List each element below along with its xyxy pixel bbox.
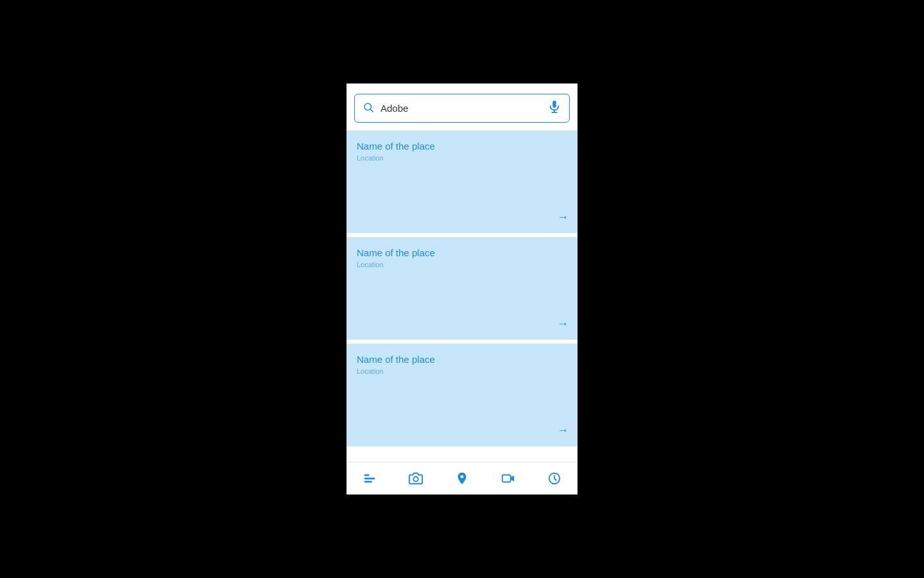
svg-point-8 xyxy=(413,477,418,481)
svg-rect-10 xyxy=(502,475,511,482)
search-input[interactable] xyxy=(381,103,541,114)
bottom-nav xyxy=(346,462,578,495)
svg-point-0 xyxy=(364,103,372,110)
nav-camera[interactable] xyxy=(404,469,428,488)
mic-icon[interactable] xyxy=(547,100,561,117)
place-name-3: Name of the place xyxy=(357,354,567,365)
result-card-3[interactable]: Name of the place Location → xyxy=(346,344,578,446)
phone-container: Name of the place Location → Name of the… xyxy=(346,83,578,495)
place-location-2: Location xyxy=(357,261,567,268)
nav-location[interactable] xyxy=(450,469,474,488)
place-location-1: Location xyxy=(357,154,567,162)
nav-video[interactable] xyxy=(496,469,520,488)
svg-rect-2 xyxy=(552,101,556,108)
results-list: Name of the place Location → Name of the… xyxy=(346,130,578,462)
place-location-3: Location xyxy=(357,367,567,375)
result-card[interactable]: Name of the place Location → xyxy=(346,130,578,233)
search-icon xyxy=(363,101,374,116)
svg-rect-7 xyxy=(364,481,372,483)
search-bar xyxy=(354,94,570,123)
arrow-right-icon-2: → xyxy=(557,317,569,331)
svg-rect-6 xyxy=(364,478,375,480)
nav-list[interactable] xyxy=(357,469,382,488)
arrow-right-icon-3: → xyxy=(557,424,569,437)
nav-history[interactable] xyxy=(542,469,567,488)
place-name-1: Name of the place xyxy=(357,141,567,152)
arrow-right-icon-1: → xyxy=(557,211,569,224)
svg-line-1 xyxy=(370,109,373,112)
place-name-2: Name of the place xyxy=(357,247,567,258)
svg-point-9 xyxy=(461,475,464,478)
svg-rect-5 xyxy=(364,475,369,477)
search-bar-wrapper xyxy=(346,83,578,130)
result-card-2[interactable]: Name of the place Location → xyxy=(346,237,578,340)
